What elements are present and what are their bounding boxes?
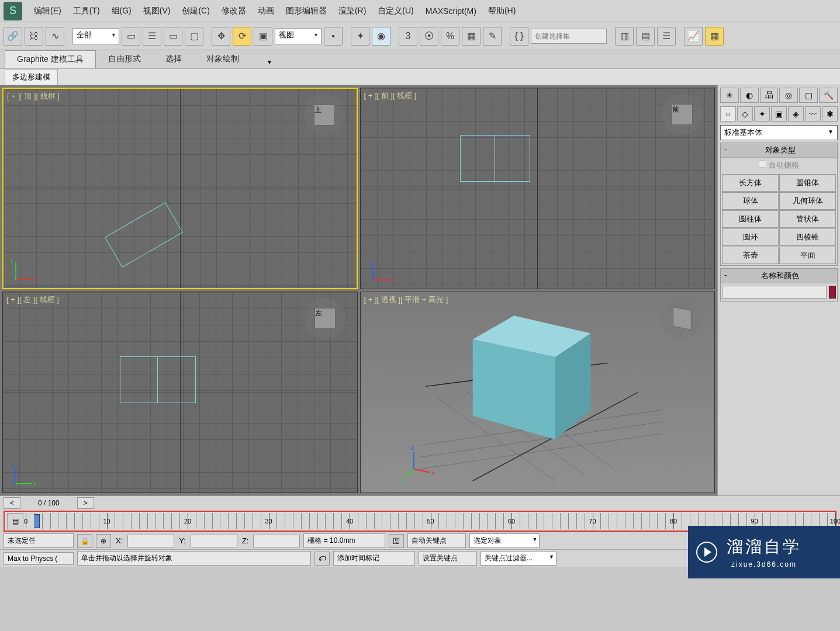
subtab-lights-icon[interactable]: ✦ xyxy=(754,106,770,122)
tab-create-icon[interactable]: ✳ xyxy=(720,88,739,103)
btn-sphere[interactable]: 球体 xyxy=(722,192,779,210)
percent-snap-icon[interactable]: % xyxy=(441,27,459,46)
y-coord-input[interactable] xyxy=(191,535,237,547)
subtab-helpers-icon[interactable]: ◈ xyxy=(788,106,804,122)
keymode-dropdown[interactable]: 选定对象 xyxy=(469,533,540,548)
btn-geosphere[interactable]: 几何球体 xyxy=(779,192,836,210)
app-icon[interactable]: S xyxy=(4,2,22,20)
tab-hierarchy-icon[interactable]: 品 xyxy=(760,88,779,103)
viewcube-persp[interactable] xyxy=(662,298,703,339)
mirror-icon[interactable]: ▥ xyxy=(615,27,634,46)
viewport-perspective[interactable]: [ + ][ 透视 ][ 平滑 + 高光 ] xyxy=(360,292,715,493)
btn-pyramid[interactable]: 四棱锥 xyxy=(779,228,836,246)
layers-icon[interactable]: ☰ xyxy=(657,27,676,46)
menu-animation[interactable]: 动画 xyxy=(252,4,280,19)
viewport-left[interactable]: [ + ][ 左 ][ 线框 ] 左 y z xyxy=(2,292,358,493)
subtab-shapes-icon[interactable]: ◇ xyxy=(737,106,753,122)
manip-icon[interactable]: ✦ xyxy=(351,27,369,46)
object-name-input[interactable] xyxy=(722,286,827,299)
curve-editor-icon[interactable]: 📈 xyxy=(684,27,703,46)
setkey-button[interactable]: 设置关键点 xyxy=(419,551,477,566)
viewcube-top[interactable]: 上 xyxy=(304,95,345,136)
key-icon[interactable]: ⚿ xyxy=(389,534,404,548)
tab-display-icon[interactable]: ▢ xyxy=(799,88,818,103)
align-icon[interactable]: ▤ xyxy=(636,27,655,46)
namedset-icon[interactable]: { } xyxy=(510,27,528,46)
autokey-button[interactable]: 自动关键点 xyxy=(407,533,466,548)
named-selection-input[interactable] xyxy=(531,29,607,44)
select-icon[interactable]: ▭ xyxy=(122,27,140,46)
btn-teapot[interactable]: 茶壶 xyxy=(722,247,779,264)
subtab-spacewarps-icon[interactable]: 〰 xyxy=(805,106,821,122)
btn-box[interactable]: 长方体 xyxy=(722,174,779,192)
move-icon[interactable]: ✥ xyxy=(212,27,230,46)
viewcube-left[interactable]: 左 xyxy=(305,298,345,339)
polymodeling-tab[interactable]: 多边形建模 xyxy=(5,69,58,85)
tab-motion-icon[interactable]: ◎ xyxy=(779,88,798,103)
ribbon-tab-graphite[interactable]: Graphite 建模工具 xyxy=(5,50,96,68)
menu-grapheditors[interactable]: 图形编辑器 xyxy=(280,4,333,19)
window-crossing-icon[interactable]: ▢ xyxy=(185,27,203,46)
menu-edit[interactable]: 编辑(E) xyxy=(28,4,67,19)
btn-cone[interactable]: 圆锥体 xyxy=(779,174,836,192)
geometry-category-dropdown[interactable]: 标准基本体 xyxy=(720,125,838,140)
subtab-geometry-icon[interactable]: ○ xyxy=(720,106,736,122)
tab-modify-icon[interactable]: ◐ xyxy=(740,88,759,103)
ribbon-tab-freeform[interactable]: 自由形式 xyxy=(96,50,153,68)
btn-torus[interactable]: 圆环 xyxy=(722,228,779,246)
z-coord-input[interactable] xyxy=(253,535,300,547)
timeline-scrubber[interactable] xyxy=(34,514,40,528)
rotate-icon[interactable]: ⟳ xyxy=(233,27,251,46)
tick-label: 60 xyxy=(508,518,515,525)
spinner-snap-icon[interactable]: ▦ xyxy=(462,27,481,46)
btn-cylinder[interactable]: 圆柱体 xyxy=(722,210,779,228)
select-name-icon[interactable]: ☰ xyxy=(143,27,161,46)
menu-help[interactable]: 帮助(H) xyxy=(482,4,521,19)
keyfilter-dropdown[interactable]: 关键点过滤器... xyxy=(481,551,556,566)
angle-snap-icon[interactable]: ⦿ xyxy=(420,27,438,46)
script-listener[interactable]: Max to Physcs ( xyxy=(4,552,74,565)
frame-prev-icon[interactable]: < xyxy=(4,497,20,509)
add-timetag[interactable]: 添加时间标记 xyxy=(333,551,415,566)
menu-modifiers[interactable]: 修改器 xyxy=(216,4,252,19)
viewport-top[interactable]: [ + ][ 顶 ][ 线框 ] 上 x y z xyxy=(2,88,358,289)
object-color-swatch[interactable] xyxy=(829,286,836,299)
ribbon-tab-objectpaint[interactable]: 对象绘制 xyxy=(194,50,251,68)
menu-customize[interactable]: 自定义(U) xyxy=(372,4,419,19)
unlink-icon[interactable]: ⛓ xyxy=(25,27,43,46)
btn-tube[interactable]: 管状体 xyxy=(779,210,836,228)
snap-3-icon[interactable]: 3 xyxy=(399,27,417,46)
edit-named-icon[interactable]: ✎ xyxy=(483,27,502,46)
timeline-config-icon[interactable]: ▤ xyxy=(7,513,23,529)
tab-utilities-icon[interactable]: 🔨 xyxy=(819,88,838,103)
menu-view[interactable]: 视图(V) xyxy=(137,4,177,19)
bind-icon[interactable]: ∿ xyxy=(46,27,64,46)
ribbon-expand-icon[interactable]: ▾ xyxy=(263,56,276,68)
ribbon-tab-selection[interactable]: 选择 xyxy=(153,50,194,68)
menu-create[interactable]: 创建(C) xyxy=(176,4,215,19)
x-coord-input[interactable] xyxy=(127,535,174,547)
scale-icon[interactable]: ▣ xyxy=(254,27,272,46)
selection-status: 未选定任 xyxy=(4,533,74,548)
absrel-icon[interactable]: ⊕ xyxy=(96,534,111,548)
subtab-cameras-icon[interactable]: ▣ xyxy=(771,106,787,122)
pivot-icon[interactable]: ▪ xyxy=(324,27,343,46)
link-icon[interactable]: 🔗 xyxy=(4,27,22,46)
subtab-systems-icon[interactable]: ✱ xyxy=(822,106,838,122)
menu-maxscript[interactable]: MAXScript(M) xyxy=(420,4,482,18)
frame-next-icon[interactable]: > xyxy=(77,497,94,509)
region-rect-icon[interactable]: ▭ xyxy=(164,27,182,46)
viewport-front[interactable]: [ + ][ 前 ][ 线框 ] 前 x z xyxy=(360,88,715,289)
refcoord-dropdown[interactable]: 视图 xyxy=(275,28,322,44)
selection-filter-dropdown[interactable]: 全部 xyxy=(72,28,119,44)
lock-icon[interactable]: 🔒 xyxy=(77,534,92,548)
menu-group[interactable]: 组(G) xyxy=(106,4,137,19)
snap-toggle-icon[interactable]: ◉ xyxy=(372,27,390,46)
btn-plane[interactable]: 平面 xyxy=(779,247,836,264)
menu-render[interactable]: 渲染(R) xyxy=(333,4,372,19)
autogrid-checkbox[interactable] xyxy=(759,160,766,168)
schematic-icon[interactable]: ▦ xyxy=(705,27,724,46)
menu-tools[interactable]: 工具(T) xyxy=(67,4,106,19)
timetag-icon[interactable]: 🏷 xyxy=(314,552,330,566)
viewcube-front[interactable]: 前 xyxy=(662,94,703,135)
